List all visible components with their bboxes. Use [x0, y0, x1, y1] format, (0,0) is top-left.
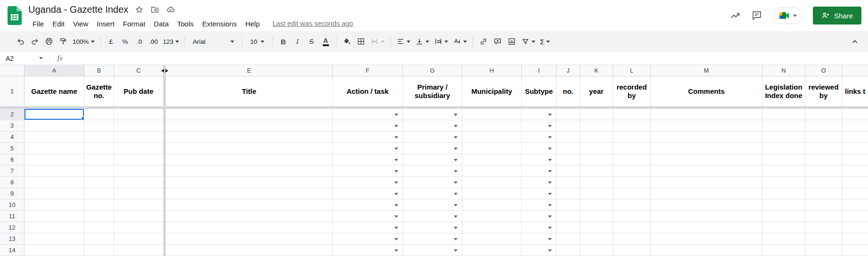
cell-N13[interactable] — [762, 233, 805, 245]
cell-A14[interactable] — [25, 245, 84, 256]
cell-N11[interactable] — [762, 211, 805, 222]
comment-history-icon[interactable] — [751, 10, 762, 21]
cell-K10[interactable] — [580, 199, 613, 211]
column-title-cell-B1[interactable]: Gazette no. — [84, 76, 114, 107]
increase-decimal-button[interactable]: .00 — [147, 35, 160, 48]
dropdown-caret-icon[interactable] — [394, 182, 398, 186]
cell-K8[interactable] — [580, 177, 613, 188]
cell-O8[interactable] — [805, 177, 842, 188]
menu-help[interactable]: Help — [241, 19, 264, 29]
column-header-E[interactable]: E — [166, 65, 333, 76]
cell-E13[interactable] — [166, 233, 333, 245]
cell-G5[interactable] — [403, 143, 462, 154]
column-title-cell-M1[interactable]: Comments — [651, 76, 762, 107]
cell-J6[interactable] — [557, 154, 580, 165]
dropdown-caret-icon[interactable] — [394, 193, 398, 197]
column-header-clipped[interactable] — [842, 65, 868, 76]
merge-cells-button[interactable] — [368, 35, 386, 48]
star-icon[interactable] — [135, 5, 144, 14]
cell-A5[interactable] — [25, 143, 84, 154]
cell-C6[interactable] — [114, 154, 164, 165]
column-header-C[interactable]: C — [114, 65, 164, 76]
move-to-folder-icon[interactable] — [150, 5, 159, 14]
cell-N3[interactable] — [762, 120, 805, 132]
cell-F8[interactable] — [333, 177, 403, 188]
share-button[interactable]: Share — [813, 7, 861, 25]
row-header-11[interactable]: 11 — [0, 211, 25, 222]
cell-J5[interactable] — [557, 143, 580, 154]
cell-I4[interactable] — [522, 132, 557, 143]
cell-L13[interactable] — [613, 233, 651, 245]
cell-K7[interactable] — [580, 165, 613, 177]
cell-K14[interactable] — [580, 245, 613, 256]
undo-button[interactable] — [14, 35, 27, 48]
dropdown-caret-icon[interactable] — [394, 204, 398, 208]
cell-M2[interactable] — [651, 109, 762, 120]
column-title-cell-C1[interactable]: Pub date — [114, 76, 164, 107]
dropdown-caret-icon[interactable] — [548, 125, 552, 129]
dropdown-caret-icon[interactable] — [548, 249, 552, 254]
row-header-4[interactable]: 4 — [0, 132, 25, 143]
cell-J12[interactable] — [557, 222, 580, 233]
document-title[interactable]: Uganda - Gazette Index — [28, 4, 128, 15]
cell-clipped12[interactable] — [842, 222, 868, 233]
menu-data[interactable]: Data — [149, 19, 173, 29]
cell-K6[interactable] — [580, 154, 613, 165]
cell-clipped6[interactable] — [842, 154, 868, 165]
fill-color-button[interactable] — [340, 35, 353, 48]
cell-O13[interactable] — [805, 233, 842, 245]
column-header-F[interactable]: F — [333, 65, 403, 76]
cell-M14[interactable] — [651, 245, 762, 256]
dropdown-caret-icon[interactable] — [548, 148, 552, 152]
row-header-12[interactable]: 12 — [0, 222, 25, 233]
cell-J10[interactable] — [557, 199, 580, 211]
cell-M10[interactable] — [651, 199, 762, 211]
create-filter-button[interactable] — [519, 35, 537, 48]
cell-I14[interactable] — [522, 245, 557, 256]
cell-I11[interactable] — [522, 211, 557, 222]
cell-G2[interactable] — [403, 109, 462, 120]
cell-N10[interactable] — [762, 199, 805, 211]
cell-C9[interactable] — [114, 188, 164, 199]
dropdown-caret-icon[interactable] — [454, 182, 458, 186]
cell-O7[interactable] — [805, 165, 842, 177]
row-header-10[interactable]: 10 — [0, 199, 25, 211]
menu-view[interactable]: View — [69, 19, 92, 29]
cell-O2[interactable] — [805, 109, 842, 120]
cell-K5[interactable] — [580, 143, 613, 154]
column-header-J[interactable]: J — [557, 65, 580, 76]
font-size-select[interactable]: 10 — [246, 35, 269, 48]
row-header-2[interactable]: 2 — [0, 109, 25, 120]
cell-L8[interactable] — [613, 177, 651, 188]
column-header-N[interactable]: N — [762, 65, 805, 76]
cell-C7[interactable] — [114, 165, 164, 177]
row-header-7[interactable]: 7 — [0, 165, 25, 177]
cell-A6[interactable] — [25, 154, 84, 165]
cell-I6[interactable] — [522, 154, 557, 165]
row-header-1[interactable]: 1 — [0, 76, 25, 107]
cell-E8[interactable] — [166, 177, 333, 188]
cell-clipped7[interactable] — [842, 165, 868, 177]
cell-M8[interactable] — [651, 177, 762, 188]
dropdown-caret-icon[interactable] — [394, 159, 398, 163]
cell-C2[interactable] — [114, 109, 164, 120]
cell-C4[interactable] — [114, 132, 164, 143]
menu-format[interactable]: Format — [119, 19, 150, 29]
cell-J3[interactable] — [557, 120, 580, 132]
cell-H4[interactable] — [462, 132, 522, 143]
cell-J11[interactable] — [557, 211, 580, 222]
cell-G3[interactable] — [403, 120, 462, 132]
column-header-I[interactable]: I — [522, 65, 557, 76]
cell-N5[interactable] — [762, 143, 805, 154]
dropdown-caret-icon[interactable] — [454, 193, 458, 197]
trending-insights-icon[interactable] — [729, 10, 741, 21]
dropdown-caret-icon[interactable] — [454, 136, 458, 140]
cell-E12[interactable] — [166, 222, 333, 233]
cell-N2[interactable] — [762, 109, 805, 120]
text-wrap-button[interactable] — [432, 35, 450, 48]
cell-H7[interactable] — [462, 165, 522, 177]
cell-O5[interactable] — [805, 143, 842, 154]
cell-E5[interactable] — [166, 143, 333, 154]
cell-F11[interactable] — [333, 211, 403, 222]
cell-H8[interactable] — [462, 177, 522, 188]
